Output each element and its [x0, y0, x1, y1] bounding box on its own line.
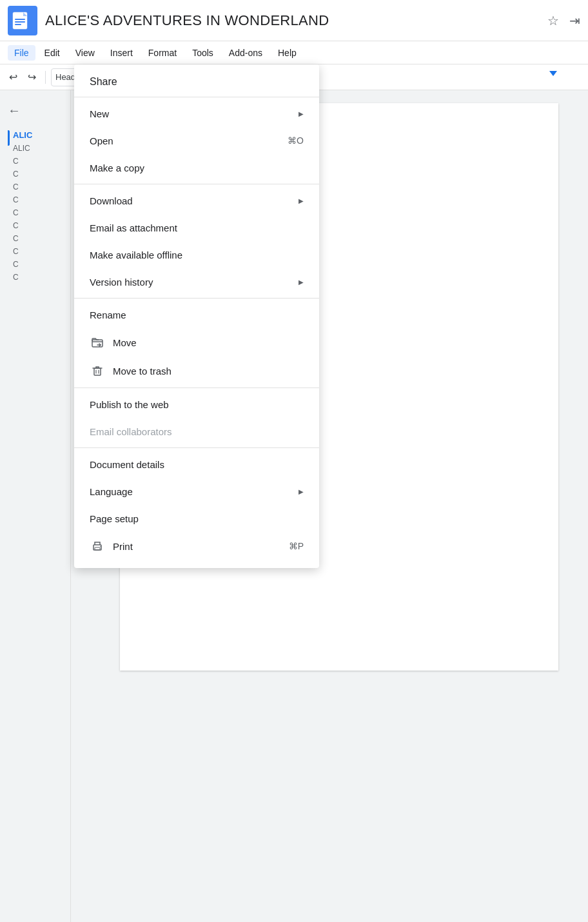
open-label: Open — [90, 135, 277, 146]
outline-item-sub2[interactable]: C — [8, 155, 63, 168]
menu-item-publish[interactable]: Publish to the web — [74, 391, 319, 418]
language-arrow-icon — [299, 487, 304, 496]
email-collaborators-label: Email collaborators — [90, 426, 304, 437]
menu-section-3: Rename Move — [74, 298, 319, 387]
outline-line — [8, 130, 10, 146]
menubar: File Edit View Insert Format Tools Add-o… — [0, 41, 588, 64]
menu-item-print[interactable]: Print ⌘P — [74, 532, 319, 560]
outline-item-label: ALIC — [13, 130, 32, 140]
svg-rect-6 — [92, 340, 103, 347]
outline-item-sub3[interactable]: C — [8, 168, 63, 181]
menu-insert[interactable]: Insert — [104, 45, 139, 61]
version-history-label: Version history — [90, 277, 288, 288]
file-menu: Share New Open ⌘O Make a copy Download — [74, 64, 319, 568]
rename-label: Rename — [90, 309, 304, 320]
menu-section-4: Publish to the web Email collaborators — [74, 387, 319, 447]
offline-label: Make available offline — [90, 250, 304, 260]
menu-item-version-history[interactable]: Version history — [74, 268, 319, 295]
move-folder-icon — [90, 335, 105, 350]
print-icon — [90, 538, 105, 554]
sidebar: ← ALIC ALIC C C C C C C C C C C — [0, 90, 71, 922]
make-copy-label: Make a copy — [90, 162, 304, 173]
menu-item-document-details[interactable]: Document details — [74, 451, 319, 478]
star-icon[interactable]: ☆ — [547, 13, 559, 28]
svg-rect-4 — [15, 21, 25, 23]
menu-share[interactable]: Share — [74, 70, 319, 97]
redo-button[interactable]: ↪ — [24, 68, 40, 86]
menu-item-email-attachment[interactable]: Email as attachment — [74, 214, 319, 241]
outline-item-sub1[interactable]: ALIC — [8, 142, 63, 155]
svg-point-10 — [100, 546, 101, 547]
menu-format[interactable]: Format — [142, 45, 183, 61]
menu-item-email-collaborators: Email collaborators — [74, 418, 319, 445]
menu-addons[interactable]: Add-ons — [222, 45, 269, 61]
outline-item-sub8[interactable]: C — [8, 232, 63, 245]
undo-button[interactable]: ↩ — [5, 68, 21, 86]
svg-rect-5 — [15, 24, 21, 25]
version-history-arrow-icon — [299, 277, 304, 286]
menu-help[interactable]: Help — [271, 45, 303, 61]
outline-item-title[interactable]: ALIC — [8, 128, 63, 142]
google-docs-icon — [8, 6, 37, 35]
menu-edit[interactable]: Edit — [38, 45, 66, 61]
trash-icon — [90, 363, 105, 378]
back-arrow-icon: ← — [8, 103, 21, 118]
page-setup-label: Page setup — [90, 513, 304, 524]
download-arrow-icon — [299, 196, 304, 205]
print-shortcut: ⌘P — [289, 541, 304, 551]
menu-item-open[interactable]: Open ⌘O — [74, 127, 319, 154]
ruler-marker — [549, 71, 557, 76]
menu-section-2: Download Email as attachment Make availa… — [74, 184, 319, 298]
menu-view[interactable]: View — [69, 45, 101, 61]
document-title: ALICE'S ADVENTURES IN WONDERLAND — [45, 12, 547, 29]
outline-item-sub5[interactable]: C — [8, 193, 63, 206]
language-label: Language — [90, 486, 288, 497]
svg-rect-7 — [94, 368, 101, 375]
menu-file[interactable]: File — [8, 45, 35, 61]
menu-item-new[interactable]: New — [74, 100, 319, 127]
outline-item-sub9[interactable]: C — [8, 245, 63, 258]
menu-section-1: New Open ⌘O Make a copy — [74, 97, 319, 184]
download-label: Download — [90, 195, 288, 206]
menu-item-page-setup[interactable]: Page setup — [74, 505, 319, 532]
document-details-label: Document details — [90, 459, 304, 470]
new-arrow-icon — [299, 109, 304, 118]
menu-item-rename[interactable]: Rename — [74, 301, 319, 328]
print-label: Print — [113, 541, 279, 552]
move-to-trash-label: Move to trash — [113, 366, 304, 377]
outline-item-sub6[interactable]: C — [8, 206, 63, 219]
menu-item-make-copy[interactable]: Make a copy — [74, 154, 319, 181]
share-label: Share — [90, 76, 117, 87]
move-to-folder-icon[interactable]: ⇥ — [569, 13, 580, 28]
outline-item-sub7[interactable]: C — [8, 219, 63, 232]
email-attachment-label: Email as attachment — [90, 222, 304, 233]
outline-item-sub10[interactable]: C — [8, 258, 63, 271]
svg-rect-9 — [95, 547, 100, 550]
menu-item-offline[interactable]: Make available offline — [74, 241, 319, 268]
menu-item-language[interactable]: Language — [74, 478, 319, 505]
toolbar-divider-1 — [45, 71, 46, 84]
menu-section-5: Document details Language Page setup — [74, 447, 319, 563]
publish-label: Publish to the web — [90, 399, 304, 410]
back-button[interactable]: ← — [0, 98, 70, 123]
outline-panel: ALIC ALIC C C C C C C C C C C — [0, 123, 70, 289]
header: ALICE'S ADVENTURES IN WONDERLAND ☆ ⇥ — [0, 0, 588, 41]
menu-item-move[interactable]: Move — [74, 328, 319, 357]
menu-item-move-trash[interactable]: Move to trash — [74, 357, 319, 385]
menu-tools[interactable]: Tools — [186, 45, 220, 61]
outline-item-sub4[interactable]: C — [8, 181, 63, 193]
header-icons: ☆ ⇥ — [547, 13, 580, 28]
outline-item-sub11[interactable]: C — [8, 271, 63, 284]
open-shortcut: ⌘O — [288, 135, 304, 146]
move-label: Move — [113, 337, 304, 348]
new-label: New — [90, 108, 288, 119]
menu-item-download[interactable]: Download — [74, 187, 319, 214]
svg-rect-3 — [15, 19, 25, 20]
